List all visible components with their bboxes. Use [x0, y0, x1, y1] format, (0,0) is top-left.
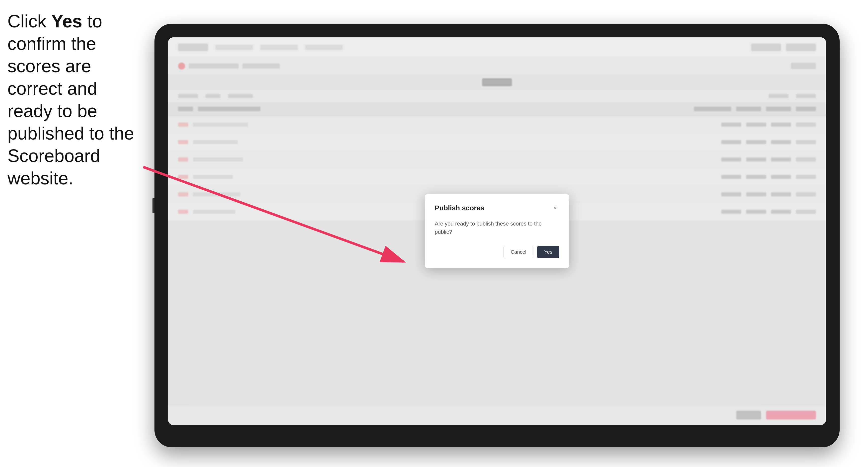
dialog-overlay: Publish scores × Are you ready to publis…: [168, 37, 826, 425]
dialog-footer: Cancel Yes: [435, 246, 559, 258]
instruction-prefix: Click: [7, 11, 51, 31]
tablet-side-button: [153, 198, 154, 213]
dialog-header: Publish scores ×: [435, 204, 559, 212]
instruction-suffix: to confirm the scores are correct and re…: [7, 11, 134, 188]
tablet-screen: Publish scores × Are you ready to publis…: [168, 37, 826, 425]
instruction-text: Click Yes to confirm the scores are corr…: [7, 10, 147, 189]
tablet-device: Publish scores × Are you ready to publis…: [154, 24, 840, 447]
yes-button[interactable]: Yes: [537, 246, 559, 258]
dialog-title: Publish scores: [435, 204, 484, 212]
dialog-body: Are you ready to publish these scores to…: [435, 220, 559, 236]
instruction-bold: Yes: [51, 11, 82, 31]
publish-scores-dialog: Publish scores × Are you ready to publis…: [425, 194, 569, 268]
dialog-close-button[interactable]: ×: [551, 204, 559, 212]
cancel-button[interactable]: Cancel: [503, 246, 533, 258]
